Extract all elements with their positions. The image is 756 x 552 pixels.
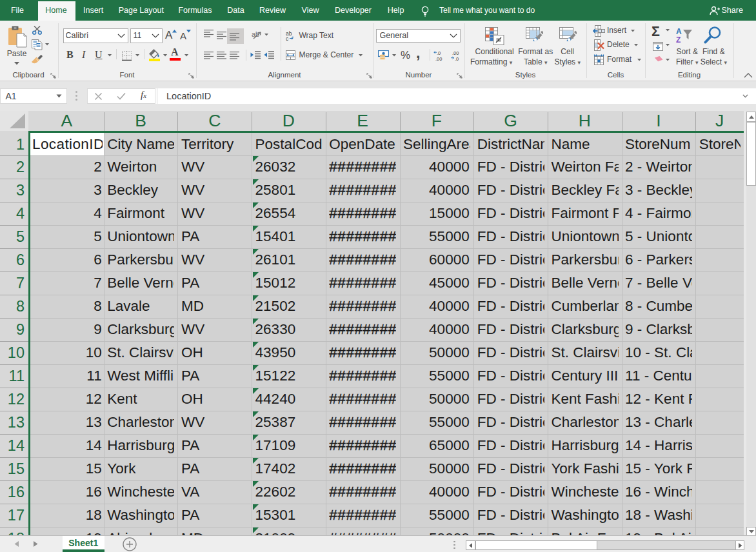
svg-text:Z: Z [676,35,681,44]
svg-text:.00: .00 [435,56,442,61]
svg-text:A: A [676,27,682,36]
